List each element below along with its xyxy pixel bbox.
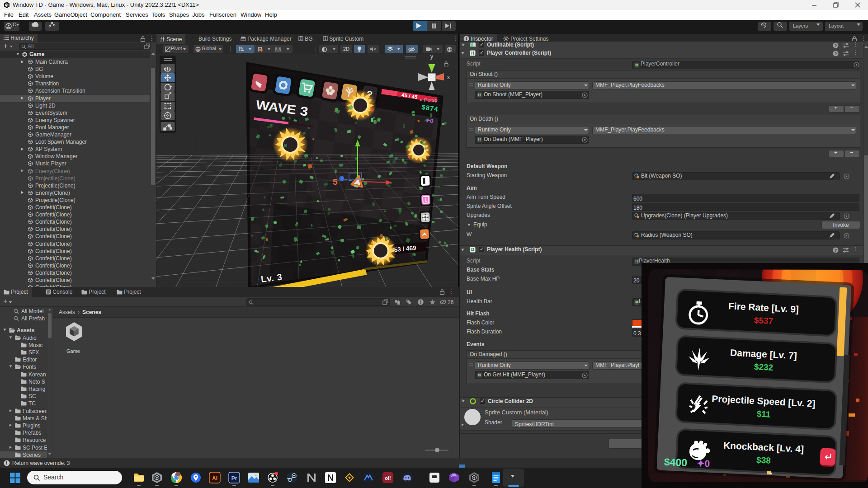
svg-text:?: ?	[835, 43, 837, 48]
svg-text:< Persp: < Persp	[420, 97, 438, 103]
svg-text:x: x	[447, 74, 450, 80]
svg-text:Pr: Pr	[231, 475, 237, 482]
svg-text:oi!: oi!	[385, 475, 391, 481]
svg-text:5: 5	[333, 177, 338, 187]
svg-text:?: ?	[835, 248, 837, 253]
svg-text:1: 1	[425, 197, 428, 203]
svg-text:Ai: Ai	[212, 475, 217, 482]
svg-text:y: y	[430, 54, 433, 60]
svg-text:?: ?	[835, 52, 837, 56]
